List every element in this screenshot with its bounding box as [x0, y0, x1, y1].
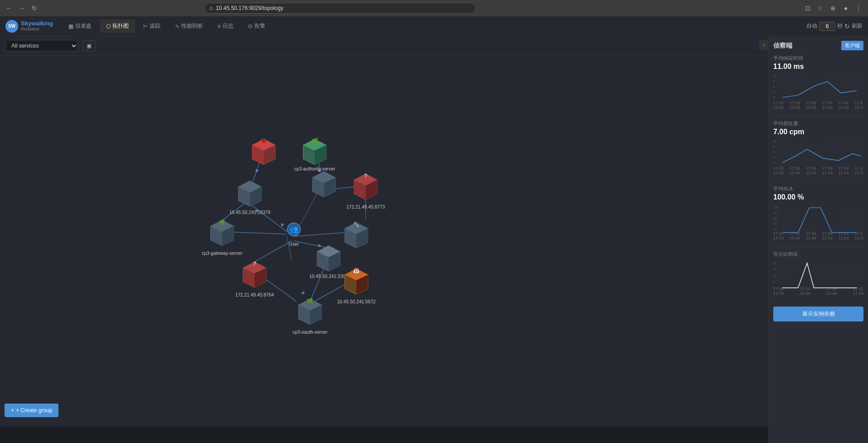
svg-text:6: 6 — [773, 85, 775, 88]
node-n10-label: 172.21.49.45:8764 — [235, 292, 274, 297]
app-header: SW Skywalking Rocketbot ▦ 仪表盘 ⬡ 拓扑图 ⊢ 追踪… — [0, 16, 868, 36]
svg-text:8: 8 — [773, 145, 775, 148]
metric-avg-throughput-label: 平均吞吐量 — [773, 120, 863, 127]
nav-alert[interactable]: ⊙ 告警 — [242, 19, 272, 33]
nav-dashboard[interactable]: ▦ 仪表盘 — [62, 19, 98, 33]
topology-icon: ⬡ — [106, 23, 111, 29]
svg-text:🌿: 🌿 — [219, 219, 226, 225]
browser-actions: ⊡ ☆ ⊕ ● ⋮ — [803, 3, 863, 13]
svg-text:5: 5 — [773, 280, 775, 283]
node-n8-label: 10.45.50.241:3308 — [309, 274, 348, 279]
metric-avg-response-label: 平均响应时间 — [773, 55, 863, 62]
back-button[interactable]: ← — [5, 4, 14, 13]
main-nav: ▦ 仪表盘 ⬡ 拓扑图 ⊢ 追踪 ∿ 性能剖析 ≡ 日志 ⊙ 告警 — [62, 19, 806, 33]
svg-text:🔧: 🔧 — [353, 221, 360, 228]
logo-icon: SW — [5, 20, 18, 33]
reload-button[interactable]: ↻ — [30, 4, 39, 13]
refresh-seconds-input[interactable] — [819, 22, 835, 31]
node-n10[interactable]: ? — [243, 261, 266, 287]
cast-button[interactable]: ⊡ — [803, 3, 813, 13]
refresh-label: 刷新 — [852, 22, 863, 30]
extension-button[interactable]: ⊕ — [828, 3, 838, 13]
metric-avg-throughput: 平均吞吐量 7.00 cpm 10 8 6 4 2 17:30 — [773, 120, 863, 175]
metric-avg-sla-chart: 100 80 60 40 20 0 — [773, 203, 863, 230]
svg-text:2: 2 — [773, 96, 775, 99]
node-n12-label: cp3-oauth-server — [293, 330, 328, 335]
account-button[interactable]: ● — [841, 3, 851, 13]
nav-trace[interactable]: ⊢ 追踪 — [137, 19, 167, 33]
header-right: 自动 秒 ↻ 刷新 — [806, 22, 863, 31]
nav-log-label: 日志 — [223, 22, 233, 30]
svg-text:100: 100 — [773, 206, 779, 209]
svg-text:60: 60 — [773, 217, 777, 220]
logo-text: Skywalking Rocketbot — [21, 20, 53, 31]
toolbar: All services ▣ — [0, 36, 768, 56]
nav-alert-label: 告警 — [254, 22, 265, 30]
node-n7[interactable]: 👥 — [287, 223, 301, 236]
svg-text:?: ? — [253, 261, 256, 267]
node-n5[interactable]: ? — [354, 173, 377, 200]
security-warning-icon: ⚠ — [209, 5, 213, 11]
svg-text:0: 0 — [773, 232, 775, 235]
edge-dot-6 — [302, 292, 305, 294]
nav-performance[interactable]: ∿ 性能剖析 — [169, 19, 209, 33]
edge-dot-4 — [281, 224, 284, 226]
create-group-label: + Create group — [16, 407, 52, 414]
node-n1[interactable]: 🐞 — [252, 137, 275, 165]
service-select[interactable]: All services — [5, 40, 78, 52]
node-n3[interactable] — [238, 181, 262, 206]
nav-log[interactable]: ≡ 日志 — [211, 19, 240, 33]
node-n2[interactable]: 🌿 — [303, 137, 326, 165]
node-n8[interactable] — [317, 246, 340, 271]
layout-icon-button[interactable]: ▣ — [82, 40, 96, 51]
create-group-plus-icon: + — [11, 407, 14, 414]
svg-text:2: 2 — [773, 161, 775, 165]
node-n11[interactable]: 📅 — [345, 268, 368, 294]
svg-text:8: 8 — [773, 80, 775, 83]
log-icon: ≡ — [218, 23, 221, 29]
node-n2-label: cp3-authority-server — [294, 166, 335, 171]
show-dependency-button[interactable]: 展示实例依赖 — [773, 307, 863, 321]
metric-avg-response: 平均响应时间 11.00 ms 10 8 6 4 2 — [773, 55, 863, 110]
url-text: 10.45.50.176:9029/topology — [216, 5, 283, 11]
metric-avg-sla-value: 100.00 % — [773, 193, 863, 201]
divider-1 — [773, 116, 863, 117]
node-n12[interactable]: 🌿 — [299, 297, 322, 324]
forward-button[interactable]: → — [17, 4, 26, 13]
refresh-button[interactable]: ↻ — [844, 23, 850, 30]
divider-2 — [773, 181, 863, 182]
metric-avg-sla: 平均SLA 100.00 % 100 80 60 40 20 0 — [773, 185, 863, 240]
logo-subtitle: Rocketbot — [21, 27, 53, 32]
svg-text:?: ? — [364, 173, 367, 179]
seconds-label: 秒 — [837, 22, 843, 30]
performance-icon: ∿ — [175, 23, 179, 29]
collapse-panel-button[interactable]: ‹ — [759, 40, 768, 50]
edge-n7-n10 — [255, 241, 292, 262]
svg-text:6: 6 — [773, 151, 775, 154]
nav-topology[interactable]: ⬡ 拓扑图 — [100, 19, 135, 33]
edge-n7-n8 — [294, 241, 329, 248]
bookmark-button[interactable]: ☆ — [815, 3, 825, 13]
svg-text:0: 0 — [773, 287, 775, 290]
nav-performance-label: 性能剖析 — [181, 22, 203, 30]
panel-header: 侦察端 客户端 — [773, 41, 863, 50]
metric-pct-response-label: 百分比响应 — [773, 251, 863, 258]
svg-text:10: 10 — [773, 140, 777, 143]
svg-text:40: 40 — [773, 222, 777, 225]
svg-text:🌿: 🌿 — [311, 137, 319, 145]
metric-avg-response-chart: 10 8 6 4 2 — [773, 73, 863, 100]
metric-avg-response-xlabels: 17:3012-04 17:3312-04 17:3612-04 17:3912… — [773, 101, 863, 110]
client-button[interactable]: 客户端 — [841, 41, 863, 50]
metric-avg-throughput-value: 7.00 cpm — [773, 128, 863, 136]
topology-svg: 🐞 10.45.50.241:26379 🌿 cp3-authority-ser… — [0, 56, 768, 426]
metric-avg-throughput-chart: 10 8 6 4 2 — [773, 138, 863, 165]
divider-3 — [773, 247, 863, 247]
create-group-button[interactable]: + + Create group — [5, 404, 58, 417]
node-n6[interactable]: 🌿 — [211, 219, 234, 246]
metric-avg-response-value: 11.00 ms — [773, 63, 863, 71]
node-n4[interactable] — [312, 171, 335, 197]
logo-title: Skywalking — [21, 20, 53, 27]
menu-button[interactable]: ⋮ — [853, 3, 863, 13]
node-n9[interactable]: 🔧 — [345, 221, 368, 248]
left-panel: All services ▣ ‹ — [0, 36, 768, 443]
